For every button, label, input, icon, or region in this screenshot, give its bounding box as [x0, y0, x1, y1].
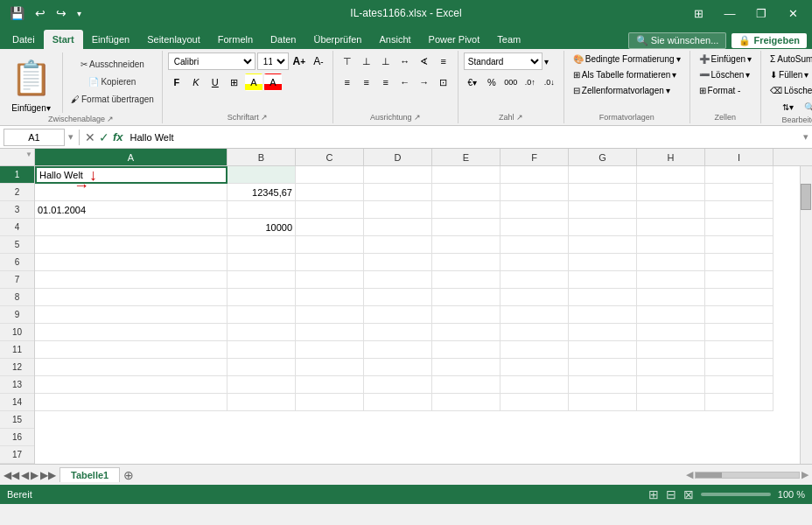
row-num-11[interactable]: 11 — [0, 341, 34, 359]
cell-i2[interactable] — [705, 184, 774, 201]
cell-h1[interactable] — [637, 166, 705, 184]
horizontal-scrollbar[interactable]: ◀ ▶ — [686, 469, 808, 480]
decrease-font-button[interactable]: A- — [310, 52, 327, 70]
cell-d2[interactable] — [364, 184, 432, 201]
page-layout-view-button[interactable]: ⊟ — [666, 487, 676, 501]
currency-button[interactable]: €▾ — [464, 74, 481, 91]
cell-i3[interactable] — [705, 201, 774, 219]
col-header-g[interactable]: G — [569, 149, 637, 165]
delete-button[interactable]: ➖Löschen▾ — [696, 68, 754, 81]
minimize-button[interactable]: — — [718, 1, 742, 25]
row-num-13[interactable]: 13 — [0, 376, 34, 394]
wrap-text-button[interactable]: ≡ — [435, 52, 452, 70]
align-middle-button[interactable]: ⊥ — [358, 52, 375, 70]
undo-icon[interactable]: ↩ — [32, 4, 48, 22]
row-num-15[interactable]: 15 — [0, 411, 34, 429]
paste-label[interactable]: Einfügen▾ — [11, 103, 50, 113]
percent-button[interactable]: % — [483, 74, 500, 91]
close-button[interactable]: ✕ — [780, 1, 805, 25]
align-right-button[interactable]: ≡ — [377, 74, 395, 91]
cell-f2[interactable] — [500, 184, 569, 201]
tab-datei[interactable]: Datei — [4, 30, 44, 49]
number-format-select[interactable]: Standard — [464, 52, 542, 70]
col-header-h[interactable]: H — [637, 149, 705, 165]
sheet-nav-next[interactable]: ▶ — [31, 469, 38, 481]
col-header-a[interactable]: A — [35, 149, 228, 165]
conditional-formatting-button[interactable]: 🎨Bedingte Formatierung▾ — [570, 52, 684, 66]
sheet-nav-prev[interactable]: ◀ — [21, 469, 29, 481]
cell-c3[interactable] — [296, 201, 364, 219]
sheet-tab-tabelle1[interactable]: Tabelle1 — [60, 467, 120, 482]
cell-a4[interactable] — [35, 219, 228, 236]
tab-start[interactable]: Start — [44, 30, 83, 49]
scrollbar-thumb[interactable] — [801, 184, 811, 210]
cell-e3[interactable] — [432, 201, 500, 219]
row-num-4[interactable]: 4 — [0, 219, 34, 236]
cell-g3[interactable] — [569, 201, 637, 219]
row-num-5[interactable]: 5 — [0, 236, 34, 254]
page-break-view-button[interactable]: ⊠ — [683, 487, 694, 501]
bold-button[interactable]: F — [168, 74, 186, 91]
cut-button[interactable]: ✂ Ausschneiden — [68, 56, 157, 72]
align-center-button[interactable]: ≡ — [358, 74, 375, 91]
table-format-button[interactable]: ⊞Als Tabelle formatieren▾ — [570, 68, 681, 81]
row-num-10[interactable]: 10 — [0, 324, 34, 341]
row-num-1[interactable]: 1 — [0, 166, 34, 184]
sheet-nav-last[interactable]: ▶▶ — [40, 469, 56, 481]
scroll-right-icon[interactable]: ▶ — [802, 469, 808, 480]
customize-qat-icon[interactable]: ▾ — [74, 7, 84, 20]
insert-button[interactable]: ➕Einfügen▾ — [696, 52, 755, 66]
save-icon[interactable]: 💾 — [7, 4, 27, 22]
row-num-7[interactable]: 7 — [0, 271, 34, 289]
tab-team[interactable]: Team — [488, 30, 529, 49]
tab-daten[interactable]: Daten — [262, 30, 304, 49]
format-button[interactable]: ⊞Format - — [696, 84, 745, 97]
format-painter-button[interactable]: 🖌 Format übertragen — [68, 91, 157, 107]
cell-h3[interactable] — [637, 201, 705, 219]
cell-d4[interactable] — [364, 219, 432, 236]
cell-b4[interactable]: 10000 — [228, 219, 296, 236]
col-header-f[interactable]: F — [500, 149, 569, 165]
row-num-16[interactable]: 16 — [0, 429, 34, 446]
underline-button[interactable]: U — [206, 74, 224, 91]
thousands-button[interactable]: 000 — [502, 74, 520, 91]
cell-e4[interactable] — [432, 219, 500, 236]
zoom-slider[interactable] — [701, 493, 771, 496]
cell-reference-input[interactable]: A1 — [4, 129, 65, 146]
clear-button[interactable]: ⌫Löschen▾ — [766, 84, 812, 97]
fill-color-button[interactable]: A — [245, 74, 262, 91]
tab-formeln[interactable]: Formeln — [209, 30, 262, 49]
align-left-button[interactable]: ≡ — [339, 74, 356, 91]
h-scrollbar-thumb[interactable] — [696, 472, 722, 478]
tab-ueberprufen[interactable]: Überprüfen — [304, 30, 370, 49]
tab-ansicht[interactable]: Ansicht — [370, 30, 419, 49]
cell-f3[interactable] — [500, 201, 569, 219]
merge-button[interactable]: ⊡ — [435, 74, 452, 91]
cell-g2[interactable] — [569, 184, 637, 201]
cell-c4[interactable] — [296, 219, 364, 236]
scroll-left-icon[interactable]: ◀ — [686, 469, 693, 480]
cell-i4[interactable] — [705, 219, 774, 236]
align-bottom-button[interactable]: ⊥ — [377, 52, 395, 70]
indent-increase-button[interactable]: → — [416, 74, 433, 91]
tab-powerpivot[interactable]: Power Pivot — [420, 30, 489, 49]
cell-c2[interactable] — [296, 184, 364, 201]
fx-icon[interactable]: fx — [113, 130, 123, 144]
cell-a1[interactable]: Hallo Welt — [35, 166, 228, 184]
col-header-b[interactable]: B — [228, 149, 296, 165]
row-num-8[interactable]: 8 — [0, 289, 34, 306]
cancel-formula-icon[interactable]: ✕ — [85, 130, 95, 144]
increase-font-button[interactable]: A+ — [290, 52, 308, 70]
cell-h4[interactable] — [637, 219, 705, 236]
increase-decimal-button[interactable]: .0↑ — [522, 74, 539, 91]
row-num-9[interactable]: 9 — [0, 306, 34, 324]
search-help-button[interactable]: 🔍 Sie wünschen... — [628, 32, 727, 49]
tab-seitenlayout[interactable]: Seitenlayout — [138, 30, 209, 49]
sheet-nav-first[interactable]: ◀◀ — [4, 469, 19, 481]
cell-e1[interactable] — [432, 166, 500, 184]
tab-einfuegen[interactable]: Einfügen — [83, 30, 138, 49]
share-button[interactable]: 🔒 Freigeben — [732, 33, 807, 48]
cell-d1[interactable] — [364, 166, 432, 184]
normal-view-button[interactable]: ⊞ — [648, 487, 659, 501]
cell-g1[interactable] — [569, 166, 637, 184]
